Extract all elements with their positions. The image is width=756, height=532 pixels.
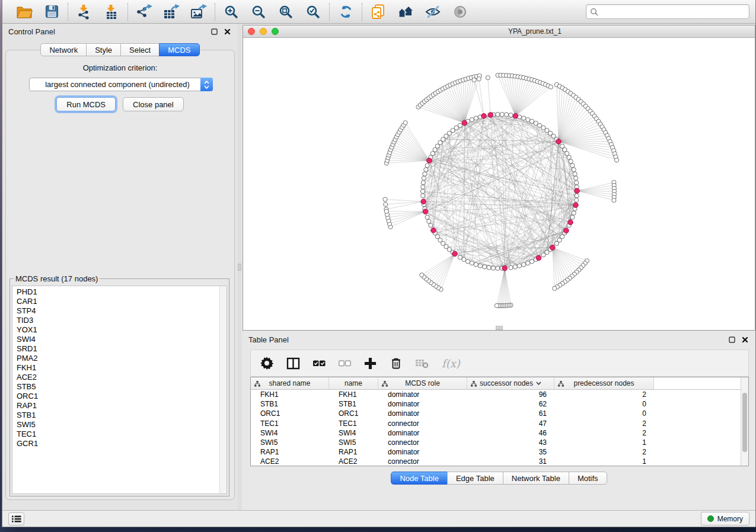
mcds-result-item[interactable]: PHD1: [17, 287, 219, 297]
cell-MCDS-role[interactable]: connector: [378, 457, 467, 466]
clone-network-icon[interactable]: [370, 4, 387, 20]
cell-successor-nodes[interactable]: 62: [467, 400, 554, 408]
cell-predecessor-nodes[interactable]: 0: [554, 400, 654, 408]
result-list-scrollbar[interactable]: [219, 286, 227, 493]
export-network-icon[interactable]: [136, 4, 152, 20]
search-input[interactable]: [601, 8, 745, 16]
cell-predecessor-nodes[interactable]: 0: [554, 409, 654, 418]
select-all-icon[interactable]: [313, 355, 326, 371]
cell-name[interactable]: STB1: [329, 400, 378, 408]
criterion-select[interactable]: largest connected component (undirected): [29, 78, 213, 91]
mcds-result-item[interactable]: GCR1: [17, 439, 219, 448]
cell-predecessor-nodes[interactable]: 2: [554, 429, 654, 437]
cell-predecessor-nodes[interactable]: 2: [554, 390, 654, 399]
close-table-panel-icon[interactable]: [740, 335, 749, 344]
mcds-result-item[interactable]: TEC1: [17, 430, 219, 439]
tab-select[interactable]: Select: [120, 43, 160, 56]
close-panel-button[interactable]: Close panel: [123, 97, 184, 111]
cell-successor-nodes[interactable]: 46: [467, 429, 554, 437]
table-scrollbar-thumb[interactable]: [742, 393, 747, 452]
cell-name[interactable]: RAP1: [329, 448, 378, 456]
cell-name[interactable]: SWI4: [329, 429, 378, 437]
float-panel-icon[interactable]: [209, 27, 219, 36]
tab-motifs[interactable]: Motifs: [569, 472, 607, 485]
cell-shared-name[interactable]: FKH1: [251, 390, 329, 399]
cell-successor-nodes[interactable]: 47: [467, 419, 554, 428]
table-settings-icon[interactable]: [260, 355, 273, 371]
close-window-icon[interactable]: [248, 28, 255, 35]
column-header-shared-name[interactable]: shared name: [251, 377, 329, 389]
refresh-layout-icon[interactable]: [337, 4, 354, 20]
mcds-result-item[interactable]: ORC1: [17, 392, 219, 401]
hide-selected-icon[interactable]: [425, 4, 441, 20]
table-row[interactable]: ACE2ACE2connector311: [251, 457, 741, 466]
first-neighbors-icon[interactable]: [397, 4, 414, 20]
mcds-result-item[interactable]: SWI5: [17, 420, 219, 430]
close-panel-icon[interactable]: [222, 27, 232, 36]
mcds-result-item[interactable]: FKH1: [17, 363, 219, 373]
float-table-panel-icon[interactable]: [727, 335, 736, 344]
table-row[interactable]: SWI5SWI5connector431: [251, 438, 741, 447]
minimize-window-icon[interactable]: [260, 28, 267, 35]
tab-style[interactable]: Style: [86, 43, 121, 56]
deselect-all-icon[interactable]: [339, 355, 351, 371]
cell-shared-name[interactable]: SWI4: [251, 429, 329, 437]
zoom-in-icon[interactable]: [223, 4, 240, 20]
cell-successor-nodes[interactable]: 96: [467, 390, 554, 399]
cell-predecessor-nodes[interactable]: 2: [554, 419, 654, 428]
cell-shared-name[interactable]: TEC1: [251, 419, 329, 428]
mcds-result-item[interactable]: YOX1: [17, 325, 219, 335]
mcds-result-item[interactable]: CAR1: [17, 297, 219, 306]
table-scrollbar[interactable]: [741, 377, 748, 466]
cell-successor-nodes[interactable]: 61: [467, 409, 554, 418]
zoom-fit-icon[interactable]: [277, 4, 294, 20]
cell-MCDS-role[interactable]: dominator: [378, 390, 467, 399]
cell-successor-nodes[interactable]: 43: [467, 438, 554, 447]
maximize-window-icon[interactable]: [272, 28, 279, 35]
mcds-result-item[interactable]: STB1: [17, 411, 219, 420]
cell-predecessor-nodes[interactable]: 2: [554, 448, 654, 456]
run-mcds-button[interactable]: Run MCDS: [56, 97, 116, 111]
tab-edge-table[interactable]: Edge Table: [447, 472, 503, 485]
export-image-icon[interactable]: [190, 4, 207, 20]
mcds-result-item[interactable]: RAP1: [17, 401, 219, 411]
table-row[interactable]: SWI4SWI4dominator462: [251, 428, 741, 438]
cell-MCDS-role[interactable]: connector: [378, 438, 467, 447]
task-history-button[interactable]: [8, 512, 24, 525]
cell-successor-nodes[interactable]: 31: [467, 457, 554, 466]
cell-predecessor-nodes[interactable]: 1: [554, 457, 654, 466]
table-row[interactable]: ORC1ORC1dominator610: [251, 409, 741, 418]
column-header-name[interactable]: name: [329, 377, 378, 389]
cell-shared-name[interactable]: STB1: [251, 400, 329, 408]
network-canvas[interactable]: [243, 38, 755, 330]
cell-MCDS-role[interactable]: dominator: [378, 409, 467, 418]
cell-MCDS-role[interactable]: dominator: [378, 429, 467, 437]
table-row[interactable]: TEC1TEC1connector472: [251, 419, 741, 428]
table-row[interactable]: RAP1RAP1dominator352: [251, 447, 741, 457]
cell-shared-name[interactable]: RAP1: [251, 448, 329, 456]
export-table-icon[interactable]: [163, 4, 180, 20]
mcds-result-item[interactable]: ACE2: [17, 373, 219, 382]
mcds-result-item[interactable]: STP4: [17, 306, 219, 316]
cell-name[interactable]: ACE2: [329, 457, 378, 466]
cell-predecessor-nodes[interactable]: 1: [554, 438, 654, 447]
import-network-icon[interactable]: [76, 4, 92, 20]
tab-network-table[interactable]: Network Table: [503, 472, 569, 485]
cell-successor-nodes[interactable]: 35: [467, 448, 554, 456]
mcds-result-item[interactable]: PMA2: [17, 354, 219, 363]
zoom-selected-icon[interactable]: [305, 4, 321, 20]
tab-mcds[interactable]: MCDS: [159, 43, 199, 56]
add-column-icon[interactable]: [364, 355, 377, 371]
table-row[interactable]: FKH1FKH1dominator962: [251, 390, 741, 399]
cell-shared-name[interactable]: ACE2: [251, 457, 329, 466]
tab-node-table[interactable]: Node Table: [391, 472, 448, 485]
save-icon[interactable]: [43, 4, 60, 20]
cell-name[interactable]: ORC1: [329, 409, 378, 418]
cell-shared-name[interactable]: SWI5: [251, 438, 329, 447]
cell-name[interactable]: TEC1: [329, 419, 378, 428]
cell-MCDS-role[interactable]: dominator: [378, 448, 467, 456]
table-row[interactable]: STB1STB1dominator620: [251, 399, 741, 409]
cell-MCDS-role[interactable]: connector: [378, 419, 467, 428]
cell-name[interactable]: SWI5: [329, 438, 378, 447]
zoom-out-icon[interactable]: [250, 4, 267, 20]
